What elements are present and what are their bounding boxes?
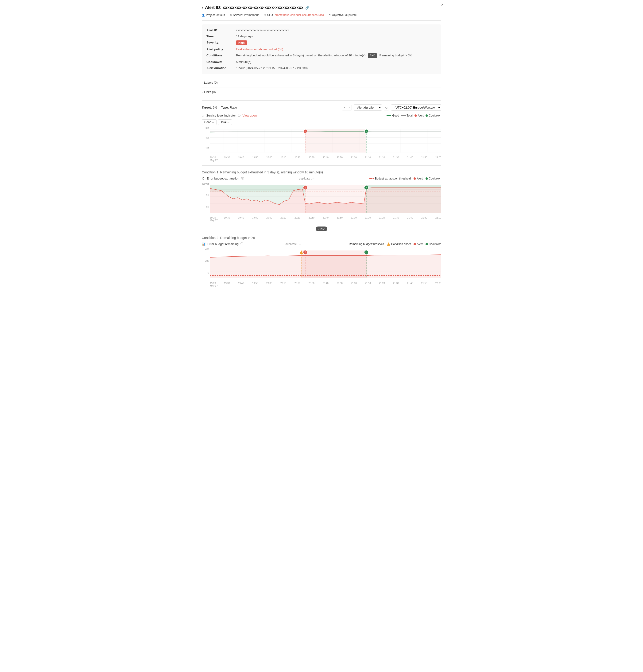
detail-duration: Alert duration: 1 hour (2024-05-27 20:19… xyxy=(206,66,437,70)
legend-threshold-1: Budget exhaustion threshold xyxy=(369,177,411,180)
alert-dot-2 xyxy=(414,243,416,245)
conditions-and-badge: AND xyxy=(368,53,377,58)
total-filter-button[interactable]: Total -- xyxy=(218,119,232,125)
legend-total: Total xyxy=(401,114,413,117)
condition2-section: Condition 2: Remaining budget > 0% 📊 Err… xyxy=(202,236,441,287)
condition2-eb-left: 📊 Error budget remaining ⓘ xyxy=(202,242,243,246)
cooldown-dot-2 xyxy=(426,243,428,245)
legend-good-line xyxy=(387,115,391,116)
project-icon: 👤 xyxy=(202,14,205,17)
legend-alert-dot xyxy=(414,115,417,117)
meta-objective: ⚑ Objective: duplicate xyxy=(329,13,356,17)
links-expand-icon: › xyxy=(202,91,203,94)
toolbar-left: Target: 6% Type: Ratio xyxy=(202,106,237,109)
condition1-center: duplicate : -- xyxy=(299,177,314,180)
policy-link[interactable]: Fast exhaustion above budget (3d) xyxy=(236,47,283,51)
chart-toolbar: Target: 6% Type: Ratio ‹ › Alert duratio… xyxy=(202,104,441,111)
legend-cooldown-2: Cooldown xyxy=(426,242,441,246)
chart-icon-2: 📊 xyxy=(202,242,206,246)
nav-next-button[interactable]: › xyxy=(347,105,352,110)
sli-svg-chart: ! ✓ xyxy=(210,127,441,155)
good-filter-button[interactable]: Good -- xyxy=(202,119,217,125)
condition1-section: Condition 1: Remaining budget exhausted … xyxy=(202,170,441,222)
condition2-header: 📊 Error budget remaining ⓘ duplicate : -… xyxy=(202,242,441,246)
condition2-date-label: May 27 xyxy=(210,285,441,287)
legend-onset: Condition onset xyxy=(387,242,411,246)
sli-filter-row: Good -- Total -- xyxy=(202,119,441,125)
condition1-header: ⏱ Error budget exhaustion ⓘ duplicate : … xyxy=(202,177,441,180)
type-info: Type: Ratio xyxy=(221,106,237,109)
meta-project: 👤 Project: default xyxy=(202,13,225,17)
condition2-x-labels: 19:20 19:30 19:40 19:50 20:00 20:10 20:2… xyxy=(210,282,441,285)
legend-good: Good xyxy=(387,114,399,117)
alert-meta: 👤 Project: default ⚙ Service: Prometheus… xyxy=(202,12,441,21)
slo-icon: ◎ xyxy=(264,14,266,17)
slo-link[interactable]: prometheus-calendar-occurrences-ratio xyxy=(275,13,324,17)
chart-section: Target: 6% Type: Ratio ‹ › Alert duratio… xyxy=(202,104,441,161)
nav-prev-button[interactable]: ‹ xyxy=(342,105,347,110)
condition1-legend: Budget exhaustion threshold Alert Cooldo… xyxy=(369,177,441,180)
onset-triangle-icon xyxy=(387,242,390,246)
svg-marker-37 xyxy=(210,255,441,278)
collapse-icon[interactable]: ▾ xyxy=(202,6,203,9)
copy-button[interactable]: ⧉ xyxy=(384,105,389,110)
links-header[interactable]: › Links (0) xyxy=(202,89,441,95)
sli-x-labels: 19:20 19:30 19:40 19:50 20:00 20:10 20:2… xyxy=(210,156,441,159)
labels-expand-icon: › xyxy=(202,81,203,84)
legend-total-line xyxy=(401,115,406,116)
severity-badge: High xyxy=(236,40,247,45)
condition2-svg-chart: ! ✓ xyxy=(210,248,441,281)
condition2-chart-area: ! ✓ xyxy=(210,248,441,281)
threshold2-dashed-icon xyxy=(343,244,348,244)
close-button[interactable]: × xyxy=(441,2,444,7)
sli-left: ⏱ Service level indicator ⓘ View query xyxy=(202,113,258,118)
target-info: Target: 6% xyxy=(202,106,217,109)
labels-section: › Labels (0) xyxy=(202,78,441,87)
alert-details-box: Alert ID: xxxxxxxx-xxxx-xxxx-xxxx-xxxxxx… xyxy=(202,24,441,74)
detail-policy: Alert policy: Fast exhaustion above budg… xyxy=(206,47,437,51)
condition1-eb-left: ⏱ Error budget exhaustion ⓘ xyxy=(202,177,244,180)
sli-info-icon[interactable]: ⓘ xyxy=(238,113,241,118)
condition1-chart-area: ! ✓ xyxy=(210,182,441,216)
detail-severity: Severity: High xyxy=(206,40,437,45)
and-divider: AND xyxy=(202,227,441,231)
meta-slo: ◎ SLO: prometheus-calendar-occurrences-r… xyxy=(264,13,324,17)
condition1-info-icon[interactable]: ⓘ xyxy=(241,177,244,180)
clock-icon: ⏱ xyxy=(202,177,205,180)
sli-header: ⏱ Service level indicator ⓘ View query G… xyxy=(202,113,441,118)
legend-threshold-2: Remaining budget threshold xyxy=(343,242,384,246)
detail-cooldown: Cooldown: 5 minute(s) xyxy=(206,60,437,64)
condition2-title: Condition 2: Remaining budget > 0% xyxy=(202,236,441,240)
sli-legend: Good Total Alert Cooldown xyxy=(387,114,441,117)
condition1-date-label: May 27 xyxy=(210,219,441,222)
threshold-dashed-icon xyxy=(369,178,374,179)
links-label: Links (0) xyxy=(204,90,216,94)
condition1-x-labels: 19:20 19:30 19:40 19:50 20:00 20:10 20:2… xyxy=(210,216,441,219)
sli-clock-icon: ⏱ xyxy=(202,114,204,117)
sli-chart-area: ! ✓ xyxy=(210,127,441,156)
legend-alert-1: Alert xyxy=(414,177,423,180)
detail-id: Alert ID: xxxxxxxx-xxxx-xxxx-xxxx-xxxxxx… xyxy=(206,28,437,33)
condition1-y-axis: Never 2d 9h xyxy=(202,182,210,217)
alert-dot-1 xyxy=(414,177,416,180)
timezone-select[interactable]: (UTC+02:00) Europe/Warsaw xyxy=(391,104,441,111)
labels-label: Labels (0) xyxy=(204,81,218,84)
detail-time: Time: 11 days ago xyxy=(206,34,437,38)
condition2-chart-container: 4% 2% 0 xyxy=(202,248,441,287)
links-section: › Links (0) xyxy=(202,87,441,97)
link-icon[interactable]: 🔗 xyxy=(305,6,309,10)
toolbar-right: ‹ › Alert duration ⧉ (UTC+02:00) Europe/… xyxy=(342,104,441,111)
labels-header[interactable]: › Labels (0) xyxy=(202,80,441,85)
view-query-link[interactable]: View query xyxy=(242,114,257,117)
alert-title: Alert ID: xxxxxxxx-xxxx-xxxx-xxxx-xxxxxx… xyxy=(205,5,303,10)
duration-select[interactable]: Alert duration xyxy=(354,104,382,111)
condition2-center: duplicate : -- xyxy=(286,242,301,246)
condition2-y-axis: 4% 2% 0 xyxy=(202,248,210,283)
sli-y-axis: 3M 2M 1M xyxy=(202,127,210,157)
condition1-svg-chart: ! ✓ xyxy=(210,182,441,215)
objective-icon: ⚑ xyxy=(329,14,331,17)
cooldown-dot-1 xyxy=(426,177,428,180)
legend-alert-2: Alert xyxy=(414,242,423,246)
legend-cooldown-1: Cooldown xyxy=(426,177,441,180)
condition2-info-icon[interactable]: ⓘ xyxy=(241,242,243,246)
